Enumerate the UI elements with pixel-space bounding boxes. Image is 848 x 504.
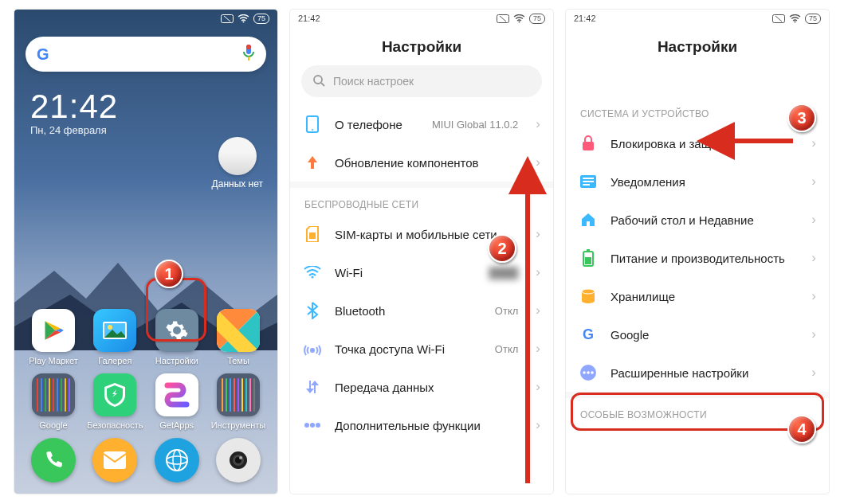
chevron-right-icon: › xyxy=(811,326,816,342)
svg-point-20 xyxy=(314,76,322,84)
item-notifications[interactable]: Уведомления › xyxy=(566,162,829,201)
item-google[interactable]: G Google › xyxy=(566,315,829,354)
dock-browser[interactable] xyxy=(149,438,205,483)
battery-icon: 75 xyxy=(805,14,821,24)
chevron-right-icon: › xyxy=(536,264,540,280)
phone-icon xyxy=(303,115,322,134)
svg-rect-9 xyxy=(104,451,126,469)
wifi-icon xyxy=(513,14,525,23)
notifications-icon xyxy=(579,172,598,191)
status-time: 21:42 xyxy=(298,14,320,23)
dock-phone[interactable] xyxy=(26,438,81,483)
svg-point-2 xyxy=(242,21,244,22)
svg-line-21 xyxy=(321,83,324,86)
dnd-icon xyxy=(221,14,234,23)
svg-point-16 xyxy=(239,456,242,459)
chevron-right-icon: › xyxy=(811,288,816,304)
weather-icon xyxy=(218,137,257,175)
svg-line-32 xyxy=(775,16,782,21)
chevron-right-icon: › xyxy=(536,417,540,433)
svg-rect-5 xyxy=(246,45,251,49)
svg-point-23 xyxy=(312,129,313,131)
battery-icon: 75 xyxy=(253,14,269,24)
more-icon xyxy=(303,416,322,435)
clock-widget[interactable]: 21:42 Пн, 24 февраля xyxy=(30,88,277,136)
item-more[interactable]: Дополнительные функции › xyxy=(290,406,553,444)
chevron-right-icon: › xyxy=(811,250,816,266)
settings-search[interactable]: Поиск настроек xyxy=(301,65,542,97)
weather-label: Данных нет xyxy=(212,178,263,189)
weather-widget[interactable]: Данных нет xyxy=(212,137,263,189)
item-advanced[interactable]: Расширенные настройки › xyxy=(566,354,829,392)
badge-2: 2 xyxy=(488,234,516,263)
screen-settings-2: 21:42 75 Настройки СИСТЕМА И УСТРОЙСТВО … xyxy=(566,10,829,494)
app-settings[interactable]: Настройки xyxy=(149,309,205,365)
badge-1: 1 xyxy=(155,260,183,288)
app-themes[interactable]: Темы xyxy=(210,309,266,365)
dock-messages[interactable] xyxy=(87,438,143,483)
item-about-phone[interactable]: О телефоне MIUI Global 11.0.2 › xyxy=(290,105,553,143)
item-desktop[interactable]: Рабочий стол и Недавние › xyxy=(566,201,829,239)
dock-camera[interactable] xyxy=(210,438,266,483)
chevron-right-icon: › xyxy=(536,116,540,132)
status-bar: 21:42 75 xyxy=(566,10,829,27)
item-bluetooth[interactable]: Bluetooth Откл › xyxy=(290,291,553,330)
svg-line-18 xyxy=(500,16,506,21)
chevron-right-icon: › xyxy=(536,341,540,357)
storage-icon xyxy=(579,287,598,306)
item-wifi[interactable]: Wi-Fi ████ › xyxy=(290,253,553,291)
svg-point-29 xyxy=(316,423,320,428)
item-hotspot[interactable]: Точка доступа Wi-Fi Откл › xyxy=(290,330,553,368)
search-icon xyxy=(312,74,325,89)
svg-point-47 xyxy=(591,371,594,374)
badge-4: 4 xyxy=(787,415,816,443)
svg-point-19 xyxy=(518,21,520,22)
folder-tools[interactable]: Инструменты xyxy=(210,373,266,430)
svg-point-45 xyxy=(583,371,586,374)
chevron-right-icon: › xyxy=(811,212,816,228)
svg-rect-40 xyxy=(587,249,590,252)
screen-home: 75 G 21:42 Пн, 24 февраля Данных нет xyxy=(14,10,277,494)
status-bar: 75 xyxy=(14,10,277,27)
svg-point-10 xyxy=(167,450,187,471)
item-lock[interactable]: Блокировка и защита › xyxy=(566,124,829,162)
data-icon xyxy=(303,377,322,397)
chevron-right-icon: › xyxy=(536,303,540,318)
dnd-icon xyxy=(772,14,785,23)
bluetooth-icon xyxy=(303,301,322,320)
svg-point-8 xyxy=(108,325,112,330)
section-wireless: БЕСПРОВОДНЫЕ СЕТИ xyxy=(290,188,553,215)
app-security[interactable]: Безопасность xyxy=(87,373,143,430)
chevron-right-icon: › xyxy=(536,154,540,170)
svg-point-33 xyxy=(794,21,795,22)
screen-settings-1: 21:42 75 Настройки Поиск настроек О теле… xyxy=(290,10,553,494)
app-play-market[interactable]: Play Маркет xyxy=(26,309,81,365)
svg-point-27 xyxy=(304,423,309,428)
item-update-components[interactable]: Обновление компонентов › xyxy=(290,143,553,182)
item-data[interactable]: Передача данных › xyxy=(290,368,553,406)
svg-rect-36 xyxy=(583,178,594,179)
item-storage[interactable]: Хранилище › xyxy=(566,277,829,315)
app-gallery[interactable]: Галерея xyxy=(87,309,143,365)
battery-large-icon xyxy=(579,248,598,268)
sim-icon xyxy=(303,225,322,244)
google-search-bar[interactable]: G xyxy=(26,37,266,72)
folder-google[interactable]: Google xyxy=(26,373,81,430)
svg-rect-37 xyxy=(583,181,594,182)
dnd-icon xyxy=(497,14,509,23)
update-icon xyxy=(303,153,322,172)
status-time: 21:42 xyxy=(574,14,596,23)
svg-point-25 xyxy=(312,276,314,279)
google-logo-icon: G xyxy=(37,45,49,64)
app-getapps[interactable]: GetApps xyxy=(149,373,205,430)
mic-icon[interactable] xyxy=(242,44,255,64)
chevron-right-icon: › xyxy=(536,379,540,395)
item-power[interactable]: Питание и производительность › xyxy=(566,239,829,277)
svg-point-28 xyxy=(310,423,315,428)
wifi-icon xyxy=(238,14,249,23)
google-icon: G xyxy=(579,325,598,344)
page-title: Настройки xyxy=(566,38,829,56)
clock-time: 21:42 xyxy=(30,88,277,126)
hotspot-icon xyxy=(303,339,322,358)
chevron-right-icon: › xyxy=(536,226,540,242)
